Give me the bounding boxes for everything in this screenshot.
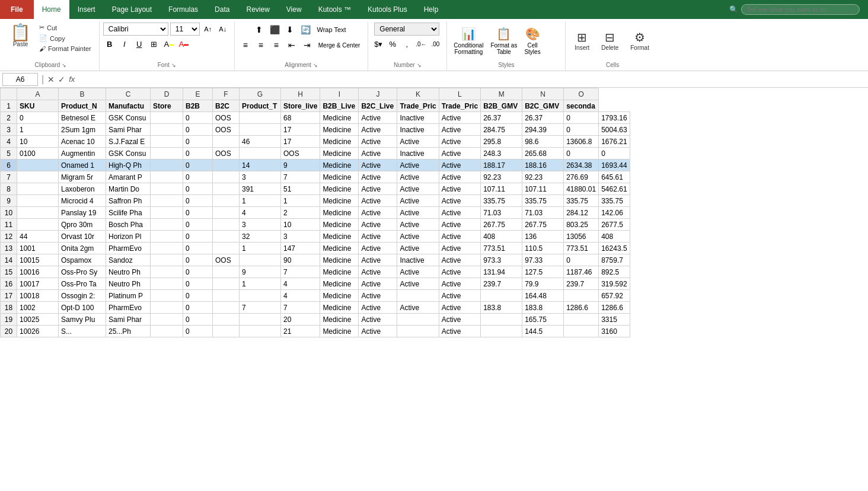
cell-20-1[interactable]: S... <box>59 326 106 337</box>
cell-10-1[interactable]: Panslay 19 <box>59 207 106 219</box>
cell-17-8[interactable]: Medicine <box>320 290 359 302</box>
cell-16-4[interactable]: 0 <box>183 278 213 290</box>
cell-5-0[interactable]: 0100 <box>17 148 59 160</box>
cell-15-8[interactable]: Medicine <box>320 266 359 278</box>
tab-file[interactable]: File <box>0 0 34 19</box>
decrease-decimal-button[interactable]: .0← <box>414 37 427 50</box>
cell-18-0[interactable]: 1002 <box>17 302 59 314</box>
cell-10-14[interactable]: 284.12 <box>564 207 599 219</box>
cell-20-12[interactable] <box>481 326 522 337</box>
cell-6-0[interactable] <box>17 160 59 171</box>
cell-6-1[interactable]: Onamed 1 <box>59 160 106 171</box>
insert-cells-button[interactable]: ⊞ Insert <box>569 28 595 53</box>
cell-n1[interactable]: B2C_GMV <box>522 100 564 112</box>
cell-6-4[interactable]: 0 <box>183 160 213 171</box>
cell-16-7[interactable]: 4 <box>281 278 320 290</box>
cell-11-11[interactable]: Active <box>439 219 480 231</box>
cell-11-2[interactable]: Bosch Pha <box>106 219 151 231</box>
number-expand-icon[interactable]: ↘ <box>417 62 422 68</box>
cell-9-13[interactable]: 335.75 <box>522 195 564 207</box>
cell-16-6[interactable]: 1 <box>240 278 281 290</box>
cell-12-13[interactable]: 136 <box>522 231 564 243</box>
cell-14-0[interactable]: 10015 <box>17 254 59 266</box>
cell-17-10[interactable] <box>397 290 439 302</box>
cell-f1[interactable]: B2C <box>213 100 240 112</box>
cell-20-3[interactable] <box>151 326 183 337</box>
cell-19-2[interactable]: Sami Phar <box>106 314 151 326</box>
formula-input[interactable] <box>77 74 866 85</box>
col-header-e[interactable]: E <box>183 88 213 100</box>
cell-12-15[interactable]: 408 <box>599 231 630 243</box>
cell-7-2[interactable]: Amarant P <box>106 171 151 183</box>
cell-9-12[interactable]: 335.75 <box>481 195 522 207</box>
cell-10-11[interactable]: Active <box>439 207 480 219</box>
align-right-button[interactable]: ≡ <box>269 38 283 52</box>
cell-8-9[interactable]: Active <box>359 183 397 195</box>
cell-2-11[interactable]: Active <box>439 112 480 124</box>
cell-16-1[interactable]: Oss-Pro Ta <box>59 278 106 290</box>
cell-2-6[interactable] <box>240 112 281 124</box>
col-header-g[interactable]: G <box>240 88 281 100</box>
cell-5-8[interactable]: Medicine <box>320 148 359 160</box>
cell-19-6[interactable] <box>240 314 281 326</box>
cell-4-15[interactable]: 1676.21 <box>599 136 630 148</box>
cell-11-3[interactable] <box>151 219 183 231</box>
cell-14-12[interactable]: 973.3 <box>481 254 522 266</box>
cell-19-15[interactable]: 3315 <box>599 314 630 326</box>
cell-5-7[interactable]: OOS <box>281 148 320 160</box>
cell-18-13[interactable]: 183.8 <box>522 302 564 314</box>
cell-7-5[interactable] <box>213 171 240 183</box>
cell-4-1[interactable]: Acenac 10 <box>59 136 106 148</box>
format-as-table-button[interactable]: 📋 Format asTable <box>487 25 520 57</box>
border-button[interactable]: ⊞ <box>148 37 161 50</box>
cell-16-10[interactable]: Active <box>397 278 439 290</box>
cell-7-6[interactable]: 3 <box>240 171 281 183</box>
cell-10-3[interactable] <box>151 207 183 219</box>
cell-5-15[interactable]: 0 <box>599 148 630 160</box>
cell-19-8[interactable]: Medicine <box>320 314 359 326</box>
cell-8-0[interactable] <box>17 183 59 195</box>
cell-5-1[interactable]: Augmentin <box>59 148 106 160</box>
cell-5-3[interactable] <box>151 148 183 160</box>
cell-2-7[interactable]: 68 <box>281 112 320 124</box>
cell-19-14[interactable] <box>564 314 599 326</box>
align-left-button[interactable]: ≡ <box>238 38 253 52</box>
cell-6-7[interactable]: 9 <box>281 160 320 171</box>
cell-7-0[interactable] <box>17 171 59 183</box>
cell-20-11[interactable]: Active <box>439 326 480 337</box>
tell-me-input[interactable] <box>741 4 860 15</box>
cell-5-14[interactable]: 0 <box>564 148 599 160</box>
cell-14-6[interactable] <box>240 254 281 266</box>
cell-17-3[interactable] <box>151 290 183 302</box>
cell-13-3[interactable] <box>151 243 183 254</box>
cell-19-7[interactable]: 20 <box>281 314 320 326</box>
cell-18-11[interactable]: Active <box>439 302 480 314</box>
bold-button[interactable]: B <box>103 37 116 50</box>
cell-12-8[interactable]: Medicine <box>320 231 359 243</box>
spreadsheet-container[interactable]: A B C D E F G H I J K L M N O 1 SKU <box>0 88 868 490</box>
cell-2-13[interactable]: 26.37 <box>522 112 564 124</box>
cell-11-13[interactable]: 267.75 <box>522 219 564 231</box>
cell-4-8[interactable]: Medicine <box>320 136 359 148</box>
cell-17-15[interactable]: 657.92 <box>599 290 630 302</box>
cell-3-1[interactable]: 2Sum 1gm <box>59 124 106 136</box>
font-expand-icon[interactable]: ↘ <box>171 62 176 68</box>
cell-15-10[interactable]: Active <box>397 266 439 278</box>
cell-13-5[interactable] <box>213 243 240 254</box>
cell-6-14[interactable]: 2634.38 <box>564 160 599 171</box>
cell-14-3[interactable] <box>151 254 183 266</box>
cell-14-1[interactable]: Ospamox <box>59 254 106 266</box>
text-angle-button[interactable]: 🔄 <box>298 23 312 37</box>
cell-18-14[interactable]: 1286.6 <box>564 302 599 314</box>
cell-10-8[interactable]: Medicine <box>320 207 359 219</box>
clipboard-expand-icon[interactable]: ↘ <box>62 62 66 68</box>
cell-7-13[interactable]: 92.23 <box>522 171 564 183</box>
increase-indent-button[interactable]: ⇥ <box>300 38 314 52</box>
cell-12-1[interactable]: Orvast 10r <box>59 231 106 243</box>
cell-10-7[interactable]: 2 <box>281 207 320 219</box>
cell-3-12[interactable]: 284.75 <box>481 124 522 136</box>
decrease-indent-button[interactable]: ⇤ <box>285 38 299 52</box>
cell-15-2[interactable]: Neutro Ph <box>106 266 151 278</box>
cell-16-13[interactable]: 79.9 <box>522 278 564 290</box>
cell-16-3[interactable] <box>151 278 183 290</box>
